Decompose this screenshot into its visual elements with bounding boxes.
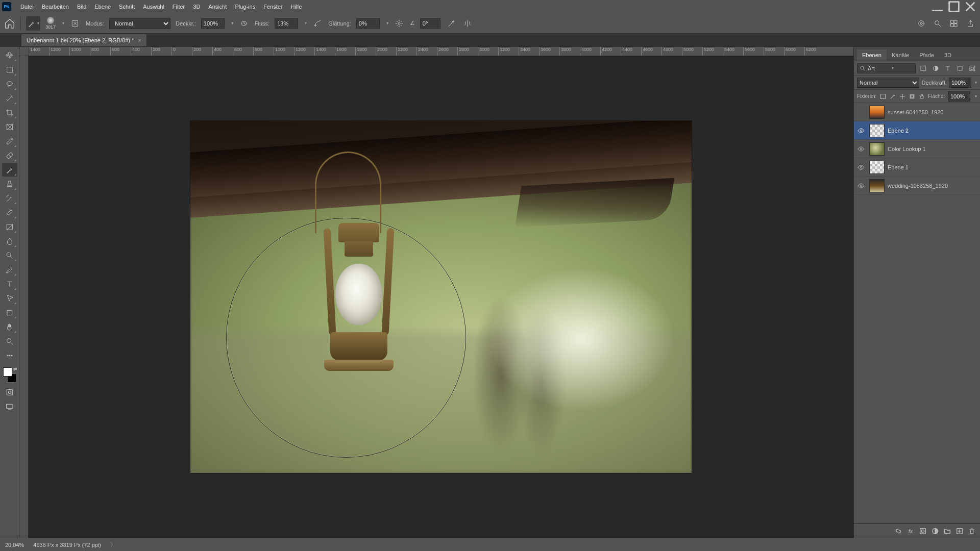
smoothing-input[interactable] xyxy=(356,18,380,29)
size-pressure-toggle[interactable] xyxy=(446,18,457,29)
layer-row[interactable]: wedding-1083258_1920 xyxy=(854,177,980,195)
menu-datei[interactable]: Datei xyxy=(16,2,38,12)
marquee-tool[interactable] xyxy=(2,63,17,77)
menu-plug-ins[interactable]: Plug-ins xyxy=(231,2,259,12)
layer-fill-input[interactable] xyxy=(948,91,970,102)
brush-panel-toggle[interactable] xyxy=(69,18,81,29)
ruler-origin[interactable] xyxy=(19,47,29,56)
crop-tool[interactable] xyxy=(2,106,17,119)
layer-thumbnail[interactable] xyxy=(869,179,885,192)
panel-tab-ebenen[interactable]: Ebenen xyxy=(857,49,887,61)
layer-name[interactable]: wedding-1083258_1920 xyxy=(888,183,948,189)
shape-tool[interactable] xyxy=(2,306,17,319)
panel-tab-kanäle[interactable]: Kanäle xyxy=(887,49,914,61)
layer-row[interactable]: Color Lookup 1 xyxy=(854,140,980,158)
layer-thumbnail[interactable] xyxy=(869,142,885,156)
menu-3d[interactable]: 3D xyxy=(189,2,204,12)
menu-hilfe[interactable]: Hilfe xyxy=(286,2,306,12)
filter-type-icon[interactable] xyxy=(943,64,952,73)
layer-opacity-input[interactable] xyxy=(949,78,971,88)
layer-filter-type[interactable]: ▾ xyxy=(857,63,916,73)
dodge-tool[interactable] xyxy=(2,249,17,262)
path-select-tool[interactable] xyxy=(2,292,17,305)
blend-mode-select[interactable]: Normal xyxy=(109,18,170,29)
blur-tool[interactable] xyxy=(2,235,17,248)
layer-name[interactable]: Ebene 2 xyxy=(888,128,909,134)
layer-filter-input[interactable] xyxy=(868,65,888,71)
pen-tool[interactable] xyxy=(2,263,17,277)
maximize-button[interactable] xyxy=(946,2,962,12)
type-tool[interactable] xyxy=(2,278,17,291)
healing-tool[interactable] xyxy=(2,149,17,162)
layer-blend-mode[interactable]: Normal xyxy=(857,78,919,88)
layer-group-icon[interactable] xyxy=(943,527,951,535)
lock-position-icon[interactable] xyxy=(899,92,905,101)
stamp-tool[interactable] xyxy=(2,178,17,191)
brush-preset-caret[interactable]: ▾ xyxy=(62,21,64,26)
share-button[interactable] xyxy=(965,18,976,29)
adjustment-layer-icon[interactable] xyxy=(931,527,939,535)
layer-fx-icon[interactable]: fx xyxy=(906,527,915,535)
layer-thumbnail[interactable] xyxy=(869,161,885,174)
opacity-pressure-toggle[interactable] xyxy=(238,18,250,29)
layer-name[interactable]: Color Lookup 1 xyxy=(888,146,926,152)
menu-fenster[interactable]: Fenster xyxy=(259,2,286,12)
document-info[interactable]: 4936 Px x 3319 Px (72 ppi) xyxy=(33,542,101,548)
workspace-switcher[interactable] xyxy=(948,18,960,29)
menu-ebene[interactable]: Ebene xyxy=(90,2,115,12)
delete-layer-icon[interactable] xyxy=(968,527,976,535)
canvas[interactable] xyxy=(190,121,692,473)
visibility-toggle[interactable] xyxy=(856,144,866,154)
foreground-color[interactable] xyxy=(3,367,12,377)
eraser-tool[interactable] xyxy=(2,206,17,219)
horizontal-ruler[interactable]: 1400120010008006004002000200400600800100… xyxy=(29,47,853,56)
visibility-toggle[interactable] xyxy=(856,107,866,117)
brush-preset-picker[interactable]: 3017 xyxy=(45,17,56,30)
smoothing-options-button[interactable] xyxy=(394,18,405,29)
opacity-input[interactable] xyxy=(201,18,225,29)
visibility-toggle[interactable] xyxy=(856,181,866,191)
menu-ansicht[interactable]: Ansicht xyxy=(204,2,231,12)
hand-tool[interactable] xyxy=(2,320,17,334)
brush-tool[interactable] xyxy=(2,163,17,177)
screenmode-toggle[interactable] xyxy=(2,401,17,412)
minimize-button[interactable] xyxy=(930,2,945,12)
quickmask-toggle[interactable] xyxy=(2,387,17,398)
panel-tab-pfade[interactable]: Pfade xyxy=(914,49,939,61)
filter-adjust-icon[interactable] xyxy=(931,64,940,73)
wand-tool[interactable] xyxy=(2,92,17,105)
move-tool[interactable] xyxy=(2,49,17,62)
lock-transparency-icon[interactable] xyxy=(879,92,886,101)
color-swatches[interactable]: ⇄ xyxy=(2,366,17,384)
gradient-tool[interactable] xyxy=(2,220,17,234)
layer-name[interactable]: sunset-6041750_1920 xyxy=(888,109,943,115)
vertical-ruler[interactable] xyxy=(19,47,29,538)
tool-preset-picker[interactable]: ▾ xyxy=(26,16,40,31)
layer-row[interactable]: sunset-6041750_1920 xyxy=(854,103,980,121)
frame-tool[interactable] xyxy=(2,120,17,134)
new-layer-icon[interactable] xyxy=(955,527,964,535)
menu-bild[interactable]: Bild xyxy=(73,2,90,12)
menu-auswahl[interactable]: Auswahl xyxy=(139,2,168,12)
angle-input[interactable] xyxy=(420,18,440,29)
layer-row[interactable]: Ebene 1 xyxy=(854,158,980,177)
symmetry-button[interactable] xyxy=(462,18,473,29)
search-icon[interactable] xyxy=(932,18,943,29)
layer-row[interactable]: Ebene 2 xyxy=(854,121,980,140)
menu-filter[interactable]: Filter xyxy=(168,2,189,12)
filter-shape-icon[interactable] xyxy=(955,64,965,73)
status-info-chevron[interactable]: 〉 xyxy=(110,541,116,548)
layer-name[interactable]: Ebene 1 xyxy=(888,164,909,170)
zoom-tool[interactable] xyxy=(2,335,17,348)
layer-mask-icon[interactable] xyxy=(919,527,927,535)
menu-bearbeiten[interactable]: Bearbeiten xyxy=(38,2,73,12)
lock-artboard-icon[interactable] xyxy=(909,92,915,101)
document-tab[interactable]: Unbenannt-1 bei 20% (Ebene 2, RGB/8#) * … xyxy=(21,34,146,46)
panel-tab-3d[interactable]: 3D xyxy=(939,49,957,61)
close-button[interactable] xyxy=(963,2,978,12)
link-layers-icon[interactable] xyxy=(894,527,902,535)
lock-all-icon[interactable] xyxy=(918,92,925,101)
zoom-level[interactable]: 20,04% xyxy=(5,542,24,548)
home-button[interactable] xyxy=(4,18,15,29)
filter-pixel-icon[interactable] xyxy=(919,64,928,73)
